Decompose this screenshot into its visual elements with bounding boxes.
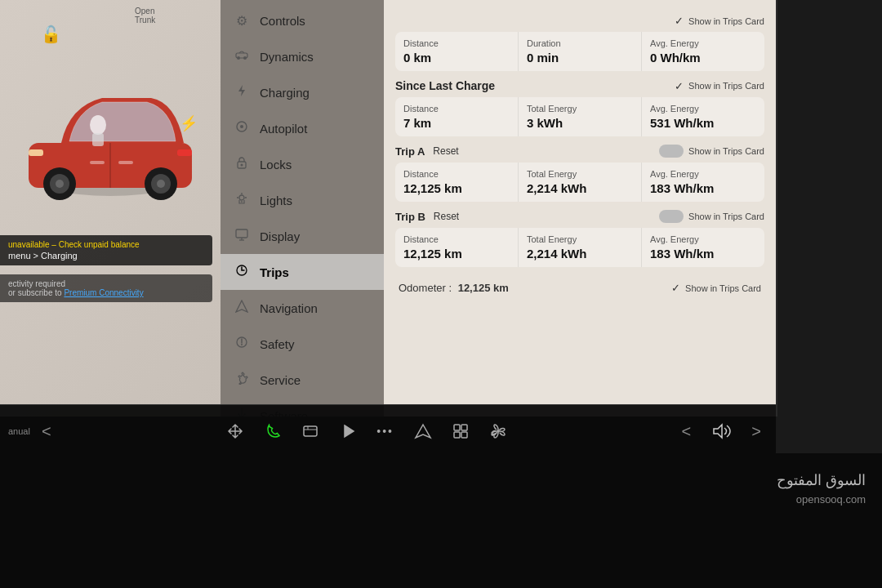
odometer-label: Odometer : 12,125 km — [399, 282, 509, 294]
last-charge-distance-value: 7 km — [403, 116, 510, 130]
controls-icon: ⚙ — [234, 13, 250, 29]
safety-icon — [234, 336, 250, 352]
trip-a-header: Trip A Reset Show in Trips Card — [395, 145, 764, 158]
sidebar-item-lights[interactable]: Lights — [220, 182, 384, 218]
taskbar-right: < > — [675, 416, 768, 447]
sidebar-item-trips-label: Trips — [260, 265, 289, 279]
last-charge-distance-label: Distance — [403, 104, 510, 114]
current-energy-cell: Avg. Energy 0 Wh/km — [642, 32, 764, 71]
right-panel — [776, 0, 882, 416]
last-charge-checkmark: ✓ — [675, 80, 684, 92]
main-content: ✓ Show in Trips Card Distance 0 km Durat… — [384, 0, 776, 416]
last-charge-stats-card: Distance 7 km Total Energy 3 kWh Avg. En… — [395, 97, 764, 136]
trip-a-show-trips[interactable]: Show in Trips Card — [659, 145, 764, 158]
trip-b-distance-cell: Distance 12,125 km — [395, 228, 519, 267]
charging-bolt-icon: ⚡ — [180, 114, 198, 132]
svg-rect-46 — [454, 432, 460, 438]
trip-b-distance-value: 12,125 km — [403, 247, 510, 261]
navigation-icon[interactable] — [408, 416, 439, 447]
display-icon — [234, 228, 250, 244]
trip-a-distance-cell: Distance 12,125 km — [395, 163, 519, 202]
last-charge-avg-energy-value: 531 Wh/km — [650, 116, 756, 130]
premium-link[interactable]: Premium Connectivity — [64, 288, 143, 297]
connectivity-line1: ectivity required — [8, 279, 204, 288]
current-show-trips[interactable]: ✓ Show in Trips Card — [675, 15, 764, 27]
trip-a-distance-value: 12,125 km — [403, 181, 510, 195]
trip-b-toggle[interactable] — [659, 210, 684, 223]
svg-point-22 — [241, 164, 243, 167]
notification-box: unavailable – Check unpaid balance menu … — [0, 235, 212, 265]
connectivity-line2: or subscribe to Premium Connectivity — [8, 288, 204, 297]
current-distance-value: 0 km — [403, 51, 510, 65]
taskbar-left: anual < — [8, 419, 58, 444]
trip-a-avg-energy-value: 183 Wh/km — [650, 181, 756, 195]
watermark-english: opensooq.com — [777, 492, 866, 508]
trip-a-show-trips-label: Show in Trips Card — [688, 146, 764, 156]
current-energy-value: 0 Wh/km — [650, 51, 756, 65]
fan-icon[interactable] — [483, 416, 514, 447]
sidebar-item-safety[interactable]: Safety — [220, 326, 384, 362]
sidebar-item-display-label: Display — [260, 229, 300, 243]
trip-b-reset-button[interactable]: Reset — [434, 211, 459, 222]
last-charge-show-trips[interactable]: ✓ Show in Trips Card — [675, 80, 764, 92]
current-duration-cell: Duration 0 min — [519, 32, 642, 71]
trip-a-energy-total-cell: Total Energy 2,214 kWh — [519, 163, 642, 202]
trip-a-distance-label: Distance — [403, 169, 510, 179]
connectivity-text: or subscribe to — [8, 288, 62, 297]
trip-a-avg-energy-cell: Avg. Energy 183 Wh/km — [642, 163, 764, 202]
trip-b-show-trips[interactable]: Show in Trips Card — [659, 210, 764, 223]
car-image-area: ⚡ — [0, 0, 220, 270]
trip-a-toggle[interactable] — [659, 145, 684, 158]
last-charge-title: Since Last Charge — [395, 79, 495, 92]
media-icon[interactable] — [295, 416, 326, 447]
sidebar-item-navigation[interactable]: Navigation — [220, 290, 384, 326]
svg-marker-18 — [238, 85, 245, 96]
svg-rect-28 — [236, 229, 247, 238]
sidebar-item-charging-label: Charging — [260, 86, 310, 100]
taskbar-center: ••• — [220, 416, 514, 447]
svg-marker-42 — [345, 425, 354, 437]
last-charge-header: Since Last Charge ✓ Show in Trips Card — [395, 79, 764, 92]
last-charge-energy-cell: Total Energy 3 kWh — [519, 97, 642, 136]
phone-icon[interactable] — [257, 416, 288, 447]
sidebar-item-charging[interactable]: Charging — [220, 74, 384, 110]
forward-arrow-button[interactable]: > — [745, 419, 768, 444]
current-show-trips-label: Show in Trips Card — [688, 16, 764, 26]
climate-icon[interactable] — [220, 416, 251, 447]
trip-a-energy-total-label: Total Energy — [527, 169, 633, 179]
sidebar-item-controls[interactable]: ⚙Controls — [220, 3, 384, 38]
sidebar-item-trips[interactable]: Trips — [220, 254, 384, 290]
back-arrow-button[interactable]: < — [675, 419, 698, 444]
sidebar-item-service[interactable]: Service — [220, 362, 384, 398]
sidebar-item-dynamics[interactable]: Dynamics — [220, 38, 384, 74]
trip-b-show-trips-label: Show in Trips Card — [688, 212, 764, 221]
sidebar-item-navigation-label: Navigation — [260, 301, 318, 315]
trip-b-avg-energy-value: 183 Wh/km — [650, 247, 756, 261]
play-icon[interactable] — [332, 416, 363, 447]
sidebar-item-locks[interactable]: Locks — [220, 146, 384, 182]
more-icon[interactable]: ••• — [370, 416, 401, 447]
apps-icon[interactable] — [445, 416, 476, 447]
sidebar-item-controls-label: Controls — [260, 14, 305, 28]
sidebar-item-autopilot[interactable]: Autopilot — [220, 110, 384, 146]
volume-icon[interactable] — [706, 416, 737, 447]
odometer-show-trips[interactable]: ✓ Show in Trips Card — [671, 282, 761, 294]
sidebar-item-display[interactable]: Display — [220, 218, 384, 254]
trip-b-avg-energy-label: Avg. Energy — [650, 234, 756, 244]
trip-b-header: Trip B Reset Show in Trips Card — [395, 210, 764, 223]
current-distance-label: Distance — [403, 38, 510, 48]
trip-a-reset-button[interactable]: Reset — [433, 145, 458, 157]
sidebar-item-service-label: Service — [260, 373, 301, 387]
prev-arrow-button[interactable]: < — [35, 419, 58, 444]
trip-a-title: Trip A — [395, 145, 425, 158]
notification-subtitle: menu > Charging — [8, 251, 204, 261]
last-charge-show-trips-label: Show in Trips Card — [688, 81, 764, 91]
trip-b-energy-total-value: 2,214 kWh — [527, 247, 633, 261]
trip-b-energy-total-label: Total Energy — [527, 234, 633, 244]
sidebar: ⚙ControlsDynamicsChargingAutopilotLocksL… — [220, 0, 384, 416]
svg-rect-3 — [90, 161, 105, 164]
odometer-row: Odometer : 12,125 km ✓ Show in Trips Car… — [395, 275, 764, 301]
locks-icon — [234, 156, 250, 172]
notification-title: unavailable – Check unpaid balance — [8, 240, 204, 249]
manual-text: anual — [8, 426, 30, 436]
